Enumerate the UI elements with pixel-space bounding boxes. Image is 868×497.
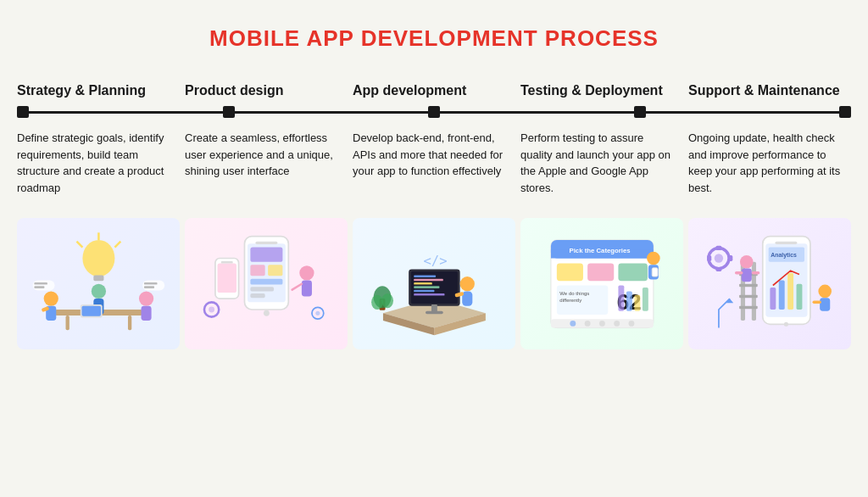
svg-point-112 <box>714 254 722 262</box>
svg-rect-21 <box>34 286 44 288</box>
svg-rect-114 <box>715 267 721 271</box>
svg-point-11 <box>139 291 153 305</box>
step-desc-strategy: Define strategic goals, identify require… <box>17 130 180 206</box>
svg-text:differently: differently <box>559 298 581 303</box>
step-title-testing: Testing & Deployment <box>520 82 683 99</box>
svg-rect-109 <box>820 298 830 311</box>
svg-point-83 <box>570 321 576 327</box>
step-card-appdev: Develop back-end, front-end, APIs and mo… <box>353 130 515 349</box>
step-card-strategy: Define strategic goals, identify require… <box>17 130 180 349</box>
svg-rect-49 <box>414 278 443 281</box>
step-card-testing: Perform testing to assure quality and la… <box>520 130 683 349</box>
testing-illustration: Pick the Categories We do things differe… <box>520 218 683 349</box>
svg-rect-34 <box>301 280 311 296</box>
svg-rect-1 <box>93 275 103 281</box>
svg-rect-81 <box>652 267 658 276</box>
svg-point-40 <box>209 306 214 312</box>
svg-rect-28 <box>250 265 264 276</box>
step-title-appdev: App development <box>353 82 515 99</box>
timeline-line-3 <box>440 111 634 114</box>
svg-point-85 <box>599 321 605 327</box>
step-desc-testing: Perform testing to assure quality and la… <box>520 130 683 206</box>
svg-point-13 <box>91 284 105 299</box>
svg-rect-94 <box>770 288 776 310</box>
step-desc-appdev: Develop back-end, front-end, APIs and mo… <box>353 130 515 206</box>
svg-rect-16 <box>81 305 100 316</box>
svg-rect-76 <box>626 291 632 310</box>
svg-rect-18 <box>142 280 164 290</box>
svg-point-91 <box>783 321 787 326</box>
content-row: Define strategic goals, identify require… <box>17 130 851 349</box>
step-card-support: Ongoing update, health check and improve… <box>688 130 851 349</box>
svg-text:</>: </> <box>423 254 447 269</box>
svg-text:Pick the Categories: Pick the Categories <box>569 246 630 254</box>
svg-point-79 <box>647 251 660 265</box>
svg-text:Analytics: Analytics <box>771 252 797 259</box>
svg-rect-105 <box>741 268 751 282</box>
svg-rect-95 <box>778 280 784 310</box>
step-header-strategy: Strategy & Planning <box>17 82 180 106</box>
step-title-support: Support & Maintenance <box>688 82 851 99</box>
svg-line-3 <box>76 241 82 247</box>
svg-rect-75 <box>618 285 624 310</box>
step-header-testing: Testing & Deployment <box>520 82 683 106</box>
svg-line-35 <box>292 284 301 290</box>
svg-rect-68 <box>556 263 582 281</box>
headers-row: Strategy & Planning Product design App d… <box>17 82 851 106</box>
step-header-appdev: App development <box>353 82 515 106</box>
svg-text:We do things: We do things <box>559 290 589 295</box>
svg-rect-90 <box>775 241 797 243</box>
svg-rect-77 <box>634 294 640 310</box>
svg-line-4 <box>114 241 120 247</box>
svg-rect-99 <box>751 262 755 321</box>
svg-point-0 <box>82 240 114 276</box>
svg-rect-69 <box>587 263 614 281</box>
timeline-line <box>17 106 851 118</box>
svg-rect-38 <box>220 261 232 264</box>
support-illustration: Analytics <box>688 218 851 349</box>
svg-rect-115 <box>707 255 711 261</box>
svg-rect-17 <box>32 280 54 290</box>
svg-rect-78 <box>643 288 648 311</box>
svg-rect-97 <box>796 284 802 310</box>
svg-rect-7 <box>128 316 131 330</box>
svg-point-61 <box>371 294 383 309</box>
svg-rect-32 <box>250 293 264 298</box>
svg-rect-51 <box>414 286 439 288</box>
timeline-line-1 <box>29 111 223 114</box>
svg-point-8 <box>43 291 58 305</box>
step-title-product: Product design <box>185 82 348 99</box>
svg-rect-31 <box>250 287 274 291</box>
svg-rect-103 <box>739 305 758 308</box>
svg-rect-110 <box>812 300 821 303</box>
step-title-strategy: Strategy & Planning <box>17 82 180 99</box>
page-title: MOBILE APP DEVELOPMENT PROCESS <box>209 25 659 52</box>
svg-rect-20 <box>144 282 158 285</box>
timeline-dot-1 <box>17 106 29 118</box>
step-desc-support: Ongoing update, health check and improve… <box>688 130 851 206</box>
svg-point-84 <box>584 321 590 327</box>
step-header-product: Product design <box>185 82 348 106</box>
svg-rect-25 <box>255 241 277 243</box>
svg-rect-55 <box>426 310 443 313</box>
svg-rect-22 <box>144 286 154 288</box>
svg-point-62 <box>381 293 393 308</box>
svg-rect-37 <box>217 263 236 293</box>
svg-rect-116 <box>728 255 732 261</box>
svg-point-104 <box>740 255 754 269</box>
timeline-dot-3 <box>428 106 440 118</box>
timeline-dot-4 <box>634 106 646 118</box>
timeline-dot-5 <box>839 106 851 118</box>
svg-rect-27 <box>250 247 282 261</box>
svg-rect-102 <box>739 294 758 297</box>
svg-rect-48 <box>414 275 436 277</box>
timeline-line-2 <box>235 111 429 114</box>
svg-rect-113 <box>715 246 721 250</box>
step-header-support: Support & Maintenance <box>688 82 851 106</box>
step-desc-product: Create a seamless, effortless user exper… <box>185 130 348 206</box>
svg-point-26 <box>264 310 270 316</box>
svg-rect-50 <box>414 282 432 285</box>
svg-rect-29 <box>268 265 282 276</box>
svg-rect-57 <box>462 291 472 305</box>
timeline-dot-2 <box>223 106 235 118</box>
